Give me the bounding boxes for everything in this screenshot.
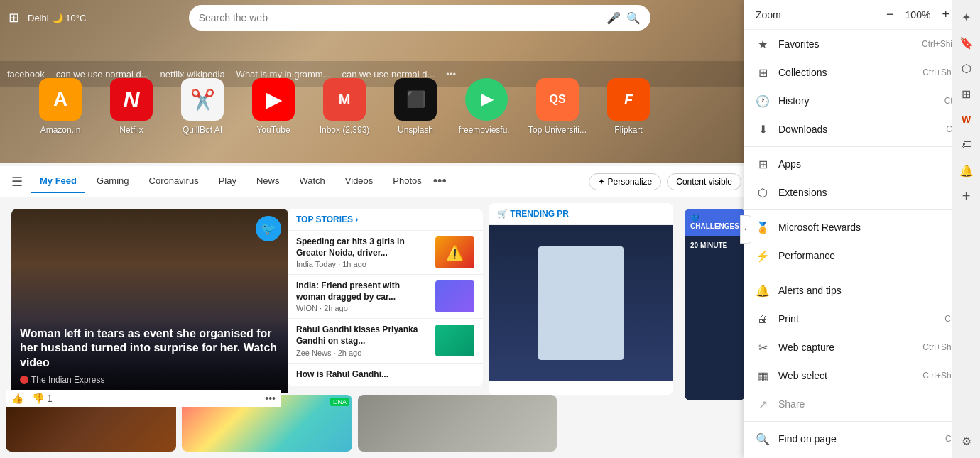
zoom-row: Zoom − 100% + ⤢	[744, 0, 980, 30]
quicklink-flipkart[interactable]: F Flipkart	[597, 78, 660, 135]
tab-news[interactable]: News	[248, 170, 288, 193]
menu-text-3: Downloads	[778, 124, 937, 135]
menu-text-8: Alerts and tips	[778, 285, 969, 296]
tab-coronavirus[interactable]: Coronavirus	[141, 170, 207, 193]
menu-item-microsoft-rewards[interactable]: 🏅Microsoft Rewards	[744, 213, 980, 241]
like-icon[interactable]: 👍	[11, 393, 23, 404]
quicklink-youtube[interactable]: ▶ YouTube	[241, 78, 305, 135]
coupon-icon[interactable]: 🏷	[955, 133, 978, 156]
story-item-0[interactable]: Speeding car hits 3 girls in Greater Noi…	[288, 231, 483, 275]
apps-grid-icon[interactable]: ⊞	[9, 10, 19, 26]
menu-text-12: Share	[778, 398, 969, 410]
collections-icon[interactable]: ⊞	[955, 82, 978, 105]
office-icon[interactable]: W	[955, 108, 978, 131]
quicklink-netflix[interactable]: N Netflix	[99, 78, 163, 135]
story-text-0: Speeding car hits 3 girls in Greater Noi…	[296, 236, 430, 268]
dislike-icon[interactable]: 👎 1	[32, 393, 53, 404]
unsplash-icon: ⬛	[394, 78, 437, 121]
tab-play[interactable]: Play	[210, 170, 245, 193]
amazon-icon: A	[39, 78, 82, 121]
collapse-panel-arrow[interactable]: ‹	[740, 215, 751, 244]
gmail-icon: M	[323, 78, 366, 121]
menu-item-extensions[interactable]: ⬡Extensions	[744, 178, 980, 207]
share-icon[interactable]: •••	[265, 393, 276, 404]
story-text-3: How is Rahul Gandhi...	[296, 369, 474, 381]
bookmark-icon[interactable]: 🔖	[955, 31, 978, 54]
feedtab-actions: ✦ Personalize Content visible	[589, 173, 741, 190]
menu-icon-7: ⚡	[756, 249, 770, 263]
menu-icon-8: 🔔	[756, 283, 770, 298]
quicklink-amazon[interactable]: A Amazon.in	[28, 78, 92, 135]
tab-gaming[interactable]: Gaming	[88, 170, 138, 193]
menu-item-print[interactable]: 🖨PrintCtrl+P	[744, 305, 980, 333]
menu-item-web-select[interactable]: ▦Web selectCtrl+Shift+X	[744, 361, 980, 390]
menu-item-collections[interactable]: ⊞CollectionsCtrl+Shift+Y	[744, 58, 980, 87]
settings-strip-icon[interactable]: ⚙	[955, 430, 978, 452]
story-item-3[interactable]: How is Rahul Gandhi...	[288, 364, 483, 387]
quicklink-gmail[interactable]: M Inbox (2,393)	[312, 78, 376, 135]
menu-icon-13: 🔍	[756, 432, 770, 446]
quicklink-quillbot[interactable]: ✂️ QuillBot AI	[170, 78, 234, 135]
menu-item-history[interactable]: 🕐HistoryCtrl+H	[744, 87, 980, 115]
microphone-icon[interactable]: 🎤	[606, 11, 621, 25]
content-visible-button[interactable]: Content visible	[667, 173, 741, 190]
hamburger-icon[interactable]: ☰	[11, 174, 23, 190]
sparkle-icon[interactable]: ✦	[955, 6, 978, 28]
challenges-panel[interactable]: 💙 CHALLENGES 20 MINUTE	[685, 209, 745, 400]
main-story-card[interactable]: 🐦 Woman left in tears as event she organ…	[11, 209, 288, 400]
quicklink-freemovies[interactable]: ▶ freemoviesfu...	[454, 78, 518, 135]
menu-text-0: Favorites	[778, 38, 913, 50]
menu-icon-2: 🕐	[756, 94, 770, 108]
flipkart-icon: F	[607, 78, 650, 121]
menu-item-share[interactable]: ↗Share	[744, 390, 980, 418]
feedtabs-more-icon[interactable]: •••	[433, 174, 447, 189]
challenges-header: 💙 CHALLENGES	[685, 209, 745, 236]
menu-item-read-aloud[interactable]: 🔊Read aloudCtrl+Shift+U	[744, 453, 980, 458]
unsplash-label: Unsplash	[398, 125, 433, 135]
zoom-out-button[interactable]: −	[882, 6, 898, 23]
trending-header: 🛒 TRENDING PR	[489, 203, 673, 225]
puzzle-icon[interactable]: ⬡	[955, 57, 978, 80]
search-bar[interactable]: 🎤 🔍	[189, 5, 650, 31]
netflix-icon: N	[110, 78, 153, 121]
menu-icon-0: ★	[756, 37, 770, 51]
quicklink-unsplash[interactable]: ⬛ Unsplash	[383, 78, 447, 135]
story-img-0: ⚠️	[435, 236, 474, 268]
menu-item-find-on-page[interactable]: 🔍Find on pageCtrl+F	[744, 425, 980, 453]
freemovies-icon: ▶	[465, 78, 508, 121]
story-text-2: Rahul Gandhi kisses Priyanka Gandhi on s…	[296, 325, 430, 356]
bottom-card-3[interactable]	[358, 395, 557, 452]
topuni-label: Top Universiti...	[528, 125, 587, 135]
menu-text-6: Microsoft Rewards	[778, 222, 969, 233]
bell-icon[interactable]: 🔔	[955, 159, 978, 182]
plus-icon[interactable]: +	[955, 185, 978, 207]
search-input[interactable]	[199, 12, 601, 23]
story-item-2[interactable]: Rahul Gandhi kisses Priyanka Gandhi on s…	[288, 319, 483, 363]
tab-videos[interactable]: Videos	[337, 170, 382, 193]
personalize-button[interactable]: ✦ Personalize	[589, 173, 661, 190]
tab-photos[interactable]: Photos	[384, 170, 430, 193]
menu-divider-3	[744, 146, 980, 147]
topuni-icon: QS	[536, 78, 579, 121]
menu-item-favorites[interactable]: ★FavoritesCtrl+Shift+O	[744, 30, 980, 58]
dna-badge: DNA	[330, 398, 349, 406]
menu-item-apps[interactable]: ⊞Apps›	[744, 150, 980, 178]
youtube-label: YouTube	[256, 125, 290, 135]
quicklink-topuni[interactable]: QS Top Universiti...	[526, 78, 589, 135]
menu-item-downloads[interactable]: ⬇DownloadsCtrl+J	[744, 115, 980, 143]
tab-watch[interactable]: Watch	[290, 170, 333, 193]
flipkart-label: Flipkart	[614, 125, 642, 135]
menu-item-performance[interactable]: ⚡Performance	[744, 241, 980, 270]
menu-icon-10: ✂	[756, 340, 770, 354]
tab-myfeed[interactable]: My Feed	[31, 170, 85, 193]
menu-item-alerts-and-tips[interactable]: 🔔Alerts and tips	[744, 276, 980, 305]
top-stories-header: TOP STORIES ›	[288, 209, 483, 231]
trending-product-image	[538, 246, 624, 360]
story-img-2	[435, 325, 474, 356]
top-stories-panel: TOP STORIES › Speeding car hits 3 girls …	[288, 209, 483, 386]
menu-text-5: Extensions	[778, 187, 969, 198]
menu-item-web-capture[interactable]: ✂Web captureCtrl+Shift+S	[744, 333, 980, 361]
story-item-1[interactable]: India: Friend present with woman dragged…	[288, 275, 483, 319]
search-submit-icon[interactable]: 🔍	[626, 11, 641, 25]
menu-text-13: Find on page	[778, 433, 937, 445]
